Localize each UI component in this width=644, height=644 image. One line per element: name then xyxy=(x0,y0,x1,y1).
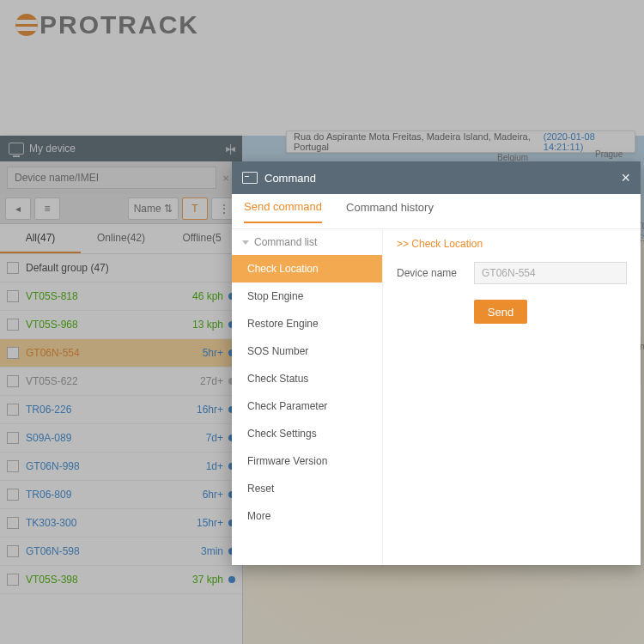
command-modal: Command × Send command Command history C… xyxy=(232,161,641,565)
command-item[interactable]: More xyxy=(232,502,382,530)
modal-title: Command xyxy=(264,172,316,185)
command-list: Command list Check LocationStop EngineRe… xyxy=(232,229,383,565)
device-name-row: Device name xyxy=(397,262,627,284)
modal-tabs: Send command Command history xyxy=(232,194,641,229)
command-list-header[interactable]: Command list xyxy=(232,229,382,255)
command-crumb: >> Check Location xyxy=(397,238,627,250)
command-item[interactable]: Check Parameter xyxy=(232,392,382,420)
tab-send-command[interactable]: Send command xyxy=(244,200,322,223)
command-item[interactable]: Check Settings xyxy=(232,420,382,447)
command-item[interactable]: Firmware Version xyxy=(232,447,382,475)
command-item[interactable]: Check Location xyxy=(232,255,382,283)
modal-body: Command list Check LocationStop EngineRe… xyxy=(232,229,641,565)
send-button[interactable]: Send xyxy=(474,300,527,324)
command-item[interactable]: SOS Number xyxy=(232,337,382,365)
command-item[interactable]: Restore Engine xyxy=(232,310,382,337)
command-icon xyxy=(242,172,258,184)
command-item[interactable]: Stop Engine xyxy=(232,283,382,310)
device-name-label: Device name xyxy=(397,267,465,279)
command-item[interactable]: Check Status xyxy=(232,365,382,392)
modal-header: Command × xyxy=(232,161,641,194)
close-icon[interactable]: × xyxy=(621,169,630,187)
command-item[interactable]: Reset xyxy=(232,475,382,502)
device-name-field[interactable] xyxy=(474,262,627,284)
tab-command-history[interactable]: Command history xyxy=(346,201,434,222)
command-detail: >> Check Location Device name Send xyxy=(383,229,641,565)
